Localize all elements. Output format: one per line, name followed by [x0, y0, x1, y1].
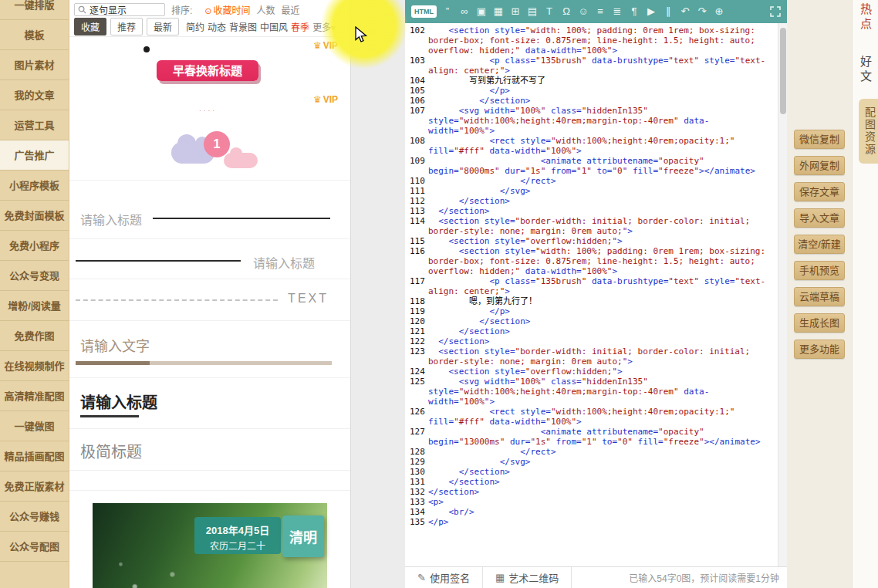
code-text[interactable]: </section>: [428, 336, 773, 346]
code-line[interactable]: 130 </section>: [405, 467, 773, 477]
category-link[interactable]: 中国风: [260, 22, 288, 33]
template-item-minimal-title[interactable]: 极简标题: [69, 429, 350, 471]
zoom-icon[interactable]: ⊕: [713, 0, 725, 23]
code-text[interactable]: </p>: [428, 306, 773, 316]
separator-icon[interactable]: ∥: [662, 0, 674, 23]
code-text[interactable]: <p class="135brush" data-brushtype="text…: [428, 56, 773, 76]
code-editor[interactable]: 102 <section style="width: 100%; padding…: [405, 23, 787, 566]
template-item-cloud-number[interactable]: 1: [69, 116, 350, 181]
sort-option[interactable]: 人数: [257, 5, 275, 16]
code-line[interactable]: 107 <svg width="100%" class="hiddenIn135…: [405, 106, 773, 136]
action-button[interactable]: 外网复制: [794, 156, 845, 175]
sidebar-item[interactable]: 模板: [0, 20, 69, 50]
undo-icon[interactable]: ↶: [679, 0, 691, 23]
code-text[interactable]: <rect style="width:100%;height:40rem;opa…: [428, 136, 773, 156]
template-item-title-style[interactable]: 早春换新标题: [69, 52, 350, 91]
play-icon[interactable]: ▶: [645, 0, 657, 23]
quote-icon[interactable]: ”: [441, 0, 454, 23]
sidebar-item[interactable]: 免费小程序: [0, 231, 69, 261]
code-text[interactable]: </rect>: [428, 176, 773, 186]
code-line[interactable]: 135</p>: [405, 517, 773, 527]
panel-tab[interactable]: 推荐: [110, 18, 143, 35]
code-line[interactable]: 111 </svg>: [405, 186, 773, 196]
code-line[interactable]: 125 <svg width="100%" class="hiddenIn135…: [405, 377, 773, 407]
code-line[interactable]: 112 </section>: [405, 196, 773, 206]
code-line[interactable]: 127 <animate attributename="opacity" beg…: [405, 427, 773, 447]
action-button[interactable]: 生成长图: [794, 313, 845, 333]
table-icon[interactable]: ⊞: [509, 0, 522, 23]
code-line[interactable]: 123 <section style="border-width: initia…: [405, 346, 773, 367]
code-text[interactable]: </section>: [428, 477, 773, 487]
sidebar-item[interactable]: 公众号变现: [0, 261, 69, 291]
template-item-festival-card[interactable]: 2018年4月5日 农历二月二十 清明: [69, 491, 350, 588]
code-text[interactable]: <svg width="100%" class="hiddenIn135" st…: [428, 106, 773, 136]
fullscreen-icon[interactable]: [770, 6, 781, 17]
html-source-button[interactable]: HTML: [411, 5, 437, 18]
code-text[interactable]: </svg>: [428, 457, 773, 467]
sidebar-item[interactable]: 运营工具: [0, 110, 69, 140]
template-item-text-bar[interactable]: 请输入文字: [69, 321, 350, 378]
panel-tab[interactable]: 最新: [147, 18, 179, 35]
qrcode-button[interactable]: ▦ 艺术二维码: [483, 567, 572, 588]
sidebar-item[interactable]: 一键做图: [0, 411, 69, 441]
signature-button[interactable]: ✎ 使用签名: [405, 567, 483, 588]
code-line[interactable]: 106 </section>: [405, 96, 773, 106]
code-line[interactable]: 113 </section>: [405, 206, 773, 216]
link-icon[interactable]: ∞: [458, 0, 471, 23]
code-text[interactable]: </svg>: [428, 186, 773, 196]
code-text[interactable]: </rect>: [428, 447, 773, 457]
sort-option[interactable]: 最近: [282, 5, 300, 16]
code-text[interactable]: <svg width="100%" class="hiddenIn135" st…: [428, 377, 773, 407]
omega-icon[interactable]: Ω: [560, 0, 572, 23]
action-button[interactable]: 手机预览: [794, 261, 845, 280]
code-line[interactable]: 102 <section style="width: 100%; padding…: [405, 25, 773, 56]
code-text[interactable]: </section>: [428, 206, 773, 216]
sidebar-item[interactable]: 公众号配图: [0, 532, 69, 562]
template-item-line-title[interactable]: 请输入标题: [69, 239, 350, 279]
code-text[interactable]: <br/>: [428, 507, 773, 517]
category-link[interactable]: 简约: [186, 22, 204, 33]
code-line[interactable]: 117 <p class="135brush" data-brushtype="…: [405, 276, 773, 296]
emoji-icon[interactable]: ☺: [577, 0, 589, 23]
edge-tab[interactable]: 热点: [857, 3, 873, 32]
category-link[interactable]: 春季: [291, 22, 309, 33]
category-link[interactable]: 更多▾: [312, 22, 336, 33]
code-line[interactable]: 126 <rect style="width:100%;height:40rem…: [405, 407, 773, 427]
code-line[interactable]: 105 </p>: [405, 86, 773, 96]
media-icon[interactable]: ▦: [492, 0, 505, 23]
sidebar-item[interactable]: 免费正版素材: [0, 471, 69, 502]
code-text[interactable]: </section>: [428, 96, 773, 106]
sidebar-item[interactable]: 高清精准配图: [0, 381, 69, 411]
template-item-bold-title[interactable]: 请输入标题: [69, 378, 350, 429]
scrollbar-thumb[interactable]: [780, 28, 786, 114]
code-text[interactable]: <rect style="width:100%;height:40rem;opa…: [428, 407, 773, 427]
paragraph-icon[interactable]: ¶: [628, 0, 640, 23]
code-line[interactable]: 108 <rect style="width:100%;height:40rem…: [405, 136, 773, 156]
code-line[interactable]: 109 <animate attributename="opacity" beg…: [405, 156, 773, 176]
code-line[interactable]: 121 </section>: [405, 326, 773, 336]
panel-tab[interactable]: 收藏: [74, 18, 106, 35]
code-line[interactable]: 131 </section>: [405, 477, 773, 487]
code-line[interactable]: 119 </p>: [405, 306, 773, 316]
chart-icon[interactable]: ▤: [526, 0, 539, 23]
editor-scrollbar[interactable]: [778, 23, 787, 566]
sort-option[interactable]: ⊙收藏时间: [204, 5, 250, 16]
action-button[interactable]: 微信复制: [794, 130, 845, 149]
code-line[interactable]: 118 嗯，到第九行了！: [405, 296, 773, 306]
code-text[interactable]: </section>: [428, 196, 773, 206]
code-text[interactable]: <section style="width: 100%; padding: 0r…: [428, 25, 773, 56]
text-icon[interactable]: T: [543, 0, 556, 23]
code-text[interactable]: </section>: [428, 316, 773, 326]
category-link[interactable]: 动态: [208, 22, 226, 33]
sidebar-item[interactable]: 增粉/阅读量: [0, 291, 69, 321]
code-line[interactable]: 116 <section style="width: 100%; padding…: [405, 246, 773, 276]
code-text[interactable]: </section>: [428, 487, 773, 497]
code-text[interactable]: 嗯，到第九行了！: [428, 296, 773, 306]
code-line[interactable]: 110 </rect>: [405, 176, 773, 186]
sidebar-item[interactable]: 在线视频制作: [0, 351, 69, 381]
code-line[interactable]: 114 <section style="border-width: initia…: [405, 216, 773, 236]
code-text[interactable]: <p>: [428, 497, 773, 507]
code-line[interactable]: 134 <br/>: [405, 507, 773, 517]
code-line[interactable]: 103 <p class="135brush" data-brushtype="…: [405, 56, 773, 76]
template-item-title-line[interactable]: 请输入标题: [69, 181, 350, 239]
